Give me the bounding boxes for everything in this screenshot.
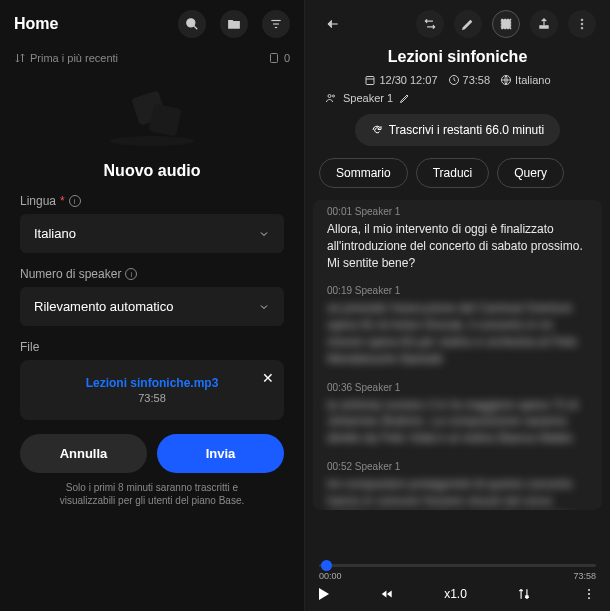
time-current: 00:00: [319, 571, 342, 581]
segment-header: 00:52 Speaker 1: [327, 461, 588, 472]
svg-point-23: [588, 589, 590, 591]
segment-header: 00:01 Speaker 1: [327, 206, 588, 217]
globe-icon: Italiano: [500, 74, 550, 86]
svg-point-8: [110, 136, 194, 146]
info-icon[interactable]: i: [125, 268, 137, 280]
progress-track[interactable]: [319, 564, 596, 567]
page-title: Home: [14, 15, 58, 33]
svg-point-11: [581, 19, 583, 21]
empty-illustration: [0, 74, 304, 150]
segment-text: Allora, il mio intervento di oggi è fina…: [327, 221, 588, 271]
file-duration: 73:58: [34, 392, 270, 404]
disclaimer-text: Solo i primi 8 minuti saranno trascritti…: [20, 473, 284, 507]
tab-query[interactable]: Query: [497, 158, 564, 188]
transcript-segment[interactable]: 00:36 Speaker 1la sinfonia numero 3 in f…: [327, 382, 588, 447]
audio-player: 00:0073:58 x1.0: [305, 556, 610, 611]
new-audio-form: Nuovo audio Lingua*i Italiano Numero di …: [8, 150, 296, 519]
svg-line-1: [194, 26, 198, 30]
edit-icon[interactable]: [454, 10, 482, 38]
tab-translate[interactable]: Traduci: [416, 158, 490, 188]
info-icon[interactable]: i: [69, 195, 81, 207]
recording-title: Lezioni sinfoniche: [305, 48, 610, 74]
language-label: Lingua*i: [20, 194, 284, 208]
calendar-icon: 12/30 12:07: [364, 74, 437, 86]
file-name: Lezioni sinfoniche.mp3: [34, 376, 270, 390]
chevron-down-icon: [258, 228, 270, 240]
svg-marker-21: [387, 591, 392, 598]
transcript-segment[interactable]: 00:19 Speaker 1se prevede l'esecuzione d…: [327, 285, 588, 367]
play-button[interactable]: [319, 588, 329, 600]
segment-header: 00:19 Speaker 1: [327, 285, 588, 296]
svg-point-25: [588, 597, 590, 599]
time-total: 73:58: [573, 571, 596, 581]
submit-button[interactable]: Invia: [157, 434, 284, 473]
svg-point-19: [333, 95, 335, 97]
svg-point-18: [328, 95, 331, 98]
clock-icon: 73:58: [448, 74, 491, 86]
more-icon[interactable]: [568, 10, 596, 38]
edit-icon: [399, 92, 411, 104]
select-icon[interactable]: [492, 10, 520, 38]
transcript-segment[interactable]: 00:01 Speaker 1Allora, il mio intervento…: [327, 206, 588, 271]
segment-text: tre compositori protagonisti di questo c…: [327, 476, 588, 510]
back-button[interactable]: [319, 10, 347, 38]
form-title: Nuovo audio: [20, 162, 284, 180]
tab-row: Sommario Traduci Query: [305, 158, 610, 200]
folder-icon[interactable]: [220, 10, 248, 38]
lock-icon[interactable]: [517, 587, 531, 601]
doc-count: 0: [268, 52, 290, 64]
swap-icon[interactable]: [416, 10, 444, 38]
more-icon[interactable]: [582, 587, 596, 601]
speakers-select[interactable]: Rilevamento automatico: [20, 287, 284, 326]
transcript-list[interactable]: 00:01 Speaker 1Allora, il mio intervento…: [313, 200, 602, 510]
share-icon[interactable]: [530, 10, 558, 38]
svg-rect-5: [270, 54, 277, 63]
search-icon[interactable]: [178, 10, 206, 38]
segment-text: se prevede l'esecuzione del Carnival Ove…: [327, 300, 588, 367]
transcribe-rest-button[interactable]: Trascrivi i restanti 66.0 minuti: [355, 114, 561, 146]
svg-point-0: [187, 19, 195, 27]
sort-button[interactable]: Prima i più recenti: [14, 52, 118, 64]
file-label: File: [20, 340, 284, 354]
cancel-button[interactable]: Annulla: [20, 434, 147, 473]
chevron-down-icon: [258, 301, 270, 313]
file-preview: ✕ Lezioni sinfoniche.mp3 73:58: [20, 360, 284, 420]
tab-summary[interactable]: Sommario: [319, 158, 408, 188]
detail-panel: Lezioni sinfoniche 12/30 12:07 73:58 Ita…: [305, 0, 610, 611]
svg-rect-14: [366, 77, 374, 85]
progress-thumb[interactable]: [321, 560, 332, 571]
svg-point-13: [581, 27, 583, 29]
svg-point-12: [581, 23, 583, 25]
svg-rect-22: [526, 595, 530, 598]
transcript-segment[interactable]: 00:52 Speaker 1tre compositori protagoni…: [327, 461, 588, 510]
segment-text: la sinfonia numero 3 in fa maggiore oper…: [327, 397, 588, 447]
segment-header: 00:36 Speaker 1: [327, 382, 588, 393]
close-icon[interactable]: ✕: [262, 370, 274, 386]
recording-meta: 12/30 12:07 73:58 Italiano: [305, 74, 610, 92]
svg-rect-10: [501, 19, 510, 28]
svg-rect-7: [148, 103, 181, 136]
speakers-label: Numero di speaker i: [20, 267, 284, 281]
language-select[interactable]: Italiano: [20, 214, 284, 253]
svg-point-24: [588, 593, 590, 595]
svg-marker-20: [381, 591, 386, 598]
rewind-button[interactable]: [380, 587, 394, 601]
speaker-row[interactable]: Speaker 1: [305, 92, 610, 114]
filter-icon[interactable]: [262, 10, 290, 38]
speed-button[interactable]: x1.0: [444, 587, 467, 601]
home-panel: Home Prima i più recenti 0 Nuovo audio L…: [0, 0, 305, 611]
